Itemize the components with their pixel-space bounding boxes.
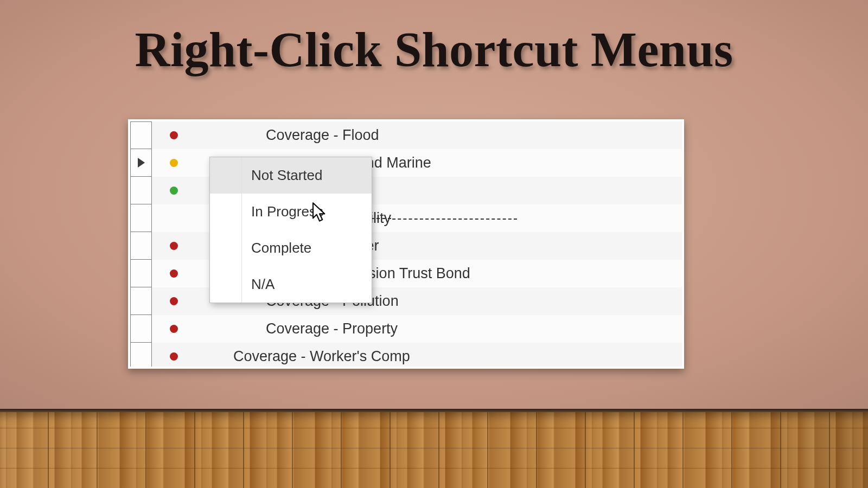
status-dot-icon: [170, 297, 178, 305]
status-cell[interactable]: [152, 149, 195, 177]
status-dot-icon: [170, 187, 178, 195]
status-dot-icon: [170, 242, 178, 250]
row-header[interactable]: [130, 315, 152, 343]
status-dot-icon: [170, 352, 178, 361]
row-header[interactable]: [130, 287, 152, 315]
row-header[interactable]: [130, 260, 152, 287]
menu-item-na[interactable]: N/A: [210, 266, 372, 303]
menu-item-complete[interactable]: Complete: [210, 230, 372, 266]
status-cell[interactable]: [152, 232, 195, 260]
status-cell[interactable]: [152, 204, 195, 232]
current-row-arrow-icon: [138, 158, 145, 168]
grid-row[interactable]: Coverage - Worker's Comp: [130, 343, 682, 369]
screenshot-panel: Coverage - Flood Coverage - Inland Marin…: [128, 119, 684, 369]
row-header[interactable]: [130, 121, 152, 149]
context-menu: Not Started In Progress Complete N/A: [209, 157, 372, 303]
status-cell[interactable]: [152, 177, 195, 204]
row-label: Coverage - Worker's Comp: [195, 348, 410, 365]
status-dot-icon: [170, 269, 178, 278]
status-cell[interactable]: [152, 121, 195, 149]
coverage-grid: Coverage - Flood Coverage - Inland Marin…: [130, 121, 682, 367]
status-cell[interactable]: [152, 315, 195, 343]
menu-item-not-started[interactable]: Not Started: [210, 157, 372, 194]
slide-title: Right-Click Shortcut Menus: [0, 22, 868, 78]
status-dot-icon: [170, 159, 178, 167]
cursor-icon: [312, 202, 327, 224]
row-header[interactable]: [130, 149, 152, 177]
status-cell[interactable]: [152, 343, 195, 369]
grid-row[interactable]: Coverage - Flood: [130, 121, 682, 149]
status-cell[interactable]: [152, 287, 195, 315]
status-cell[interactable]: [152, 260, 195, 287]
status-dot-icon: [170, 325, 178, 333]
slide-background-floor: [0, 412, 868, 488]
menu-gutter: [241, 157, 242, 303]
grid-row[interactable]: Coverage - Property: [130, 315, 682, 343]
row-header[interactable]: [130, 343, 152, 369]
menu-item-in-progress[interactable]: In Progress: [210, 194, 372, 230]
row-header[interactable]: [130, 204, 152, 232]
row-label: Coverage - Flood: [195, 127, 379, 144]
row-label: Coverage - Property: [195, 320, 398, 337]
row-header[interactable]: [130, 177, 152, 204]
status-dot-icon: [170, 131, 178, 139]
row-header[interactable]: [130, 232, 152, 260]
